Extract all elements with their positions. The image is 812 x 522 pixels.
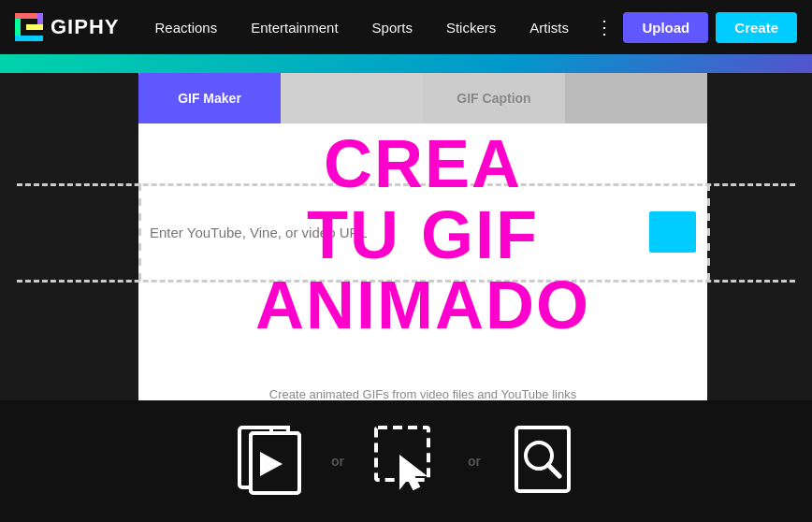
or-text-2: or: [468, 454, 481, 469]
logo-text: GIPHY: [51, 15, 119, 39]
nav-item-reactions[interactable]: Reactions: [138, 0, 234, 54]
tab-gif-caption[interactable]: GIF Caption: [423, 73, 565, 123]
nav-buttons: Upload Create: [623, 12, 797, 43]
nav-item-sports[interactable]: Sports: [355, 0, 429, 54]
side-panel-left: [0, 73, 138, 428]
nav-item-artists[interactable]: Artists: [513, 0, 586, 54]
svg-marker-11: [400, 457, 425, 489]
svg-rect-4: [26, 24, 43, 30]
giphy-logo-icon: [15, 13, 43, 41]
create-button[interactable]: Create: [716, 12, 797, 43]
subtitle: Create animated GIFs from video files an…: [138, 387, 707, 401]
bottom-icons: or or: [0, 400, 812, 522]
upload-button[interactable]: Upload: [623, 12, 708, 43]
dashed-left: [138, 183, 141, 283]
card-tabs: GIF Maker GIF Caption: [138, 73, 707, 123]
logo[interactable]: GIPHY: [15, 13, 119, 41]
nav-item-entertainment[interactable]: Entertainment: [234, 0, 355, 54]
svg-line-14: [548, 465, 559, 476]
svg-rect-12: [516, 428, 569, 491]
tab-empty-1: [281, 73, 423, 123]
dashed-right: [707, 183, 710, 283]
more-menu-icon[interactable]: ⋮: [586, 0, 623, 54]
main-content: GIF Maker GIF Caption CREA TU GIF ANIMAD…: [0, 54, 812, 522]
nav-item-stickers[interactable]: Stickers: [429, 0, 513, 54]
drag-upload-icon[interactable]: [372, 424, 440, 499]
url-go-button[interactable]: [649, 211, 696, 253]
svg-rect-3: [15, 36, 43, 41]
url-input-row: [138, 204, 707, 260]
video-file-icon[interactable]: [236, 424, 303, 499]
search-gif-icon[interactable]: [509, 424, 576, 499]
nav-links: Reactions Entertainment Sports Stickers …: [138, 0, 623, 54]
url-input[interactable]: [150, 225, 640, 240]
navbar: GIPHY Reactions Entertainment Sports Sti…: [0, 0, 812, 54]
tab-empty-2: [565, 73, 707, 123]
side-panel-right: [707, 73, 812, 428]
tab-gif-maker[interactable]: GIF Maker: [138, 73, 281, 123]
or-text-1: or: [331, 454, 344, 469]
